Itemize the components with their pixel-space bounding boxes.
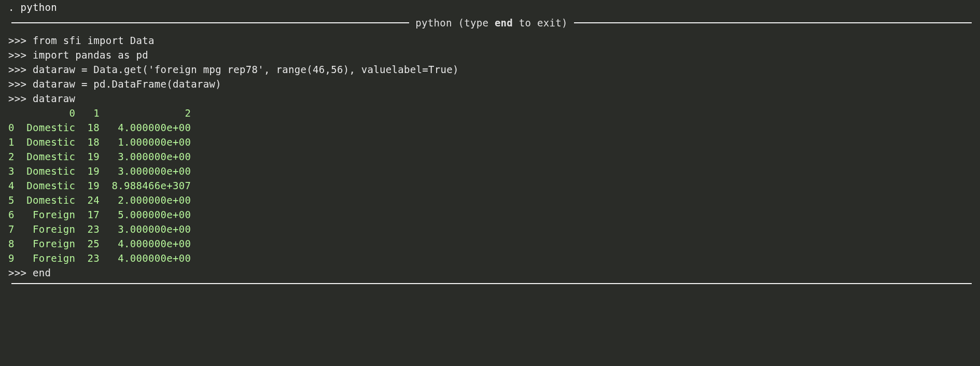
dataframe-row: 8 Foreign 25 4.000000e+00 bbox=[8, 236, 972, 251]
repl-code-end: end bbox=[33, 267, 51, 278]
dataframe-row: 9 Foreign 23 4.000000e+00 bbox=[8, 251, 972, 265]
repl-prompt: >>> bbox=[8, 49, 33, 61]
repl-prompt: >>> bbox=[8, 93, 33, 104]
stata-command-line: . python bbox=[8, 0, 972, 15]
dataframe-row: 4 Domestic 19 8.988466e+307 bbox=[8, 178, 972, 193]
dataframe-row: 2 Domestic 19 3.000000e+00 bbox=[8, 149, 972, 164]
repl-prompt: >>> bbox=[8, 267, 33, 278]
repl-line[interactable]: >>> dataraw bbox=[8, 91, 972, 106]
dataframe-row: 5 Domestic 24 2.000000e+00 bbox=[8, 193, 972, 207]
dataframe-row: 3 Domestic 19 3.000000e+00 bbox=[8, 164, 972, 178]
repl-line[interactable]: >>> dataraw = Data.get('foreign mpg rep7… bbox=[8, 62, 972, 77]
repl-line[interactable]: >>> dataraw = pd.DataFrame(dataraw) bbox=[8, 77, 972, 91]
repl-code: dataraw bbox=[33, 93, 75, 104]
rule-left bbox=[11, 22, 409, 23]
dataframe-row: 1 Domestic 18 1.000000e+00 bbox=[8, 135, 972, 149]
repl-code: from sfi import Data bbox=[33, 35, 155, 46]
rule-right bbox=[574, 22, 972, 23]
repl-prompt: >>> bbox=[8, 78, 33, 90]
terminal-output: . python python (type end to exit) >>> f… bbox=[0, 0, 980, 284]
dataframe-row: 6 Foreign 17 5.000000e+00 bbox=[8, 207, 972, 222]
python-banner-rule: python (type end to exit) bbox=[8, 16, 972, 30]
dataframe-header: 0 1 2 bbox=[8, 106, 972, 120]
dataframe-row: 7 Foreign 23 3.000000e+00 bbox=[8, 222, 972, 236]
repl-prompt: >>> bbox=[8, 35, 33, 46]
banner-bold: end bbox=[495, 17, 513, 29]
python-banner-label: python (type end to exit) bbox=[409, 16, 573, 30]
end-rule bbox=[11, 283, 972, 284]
banner-prefix: python (type bbox=[415, 17, 495, 29]
banner-suffix: to exit) bbox=[513, 17, 568, 29]
repl-line-end[interactable]: >>> end bbox=[8, 265, 972, 280]
repl-prompt: >>> bbox=[8, 64, 33, 75]
repl-code: import pandas as pd bbox=[33, 49, 148, 61]
dataframe-row: 0 Domestic 18 4.000000e+00 bbox=[8, 120, 972, 135]
repl-code: dataraw = pd.DataFrame(dataraw) bbox=[33, 78, 221, 90]
repl-line[interactable]: >>> import pandas as pd bbox=[8, 48, 972, 62]
repl-line[interactable]: >>> from sfi import Data bbox=[8, 33, 972, 48]
repl-code: dataraw = Data.get('foreign mpg rep78', … bbox=[33, 64, 459, 75]
